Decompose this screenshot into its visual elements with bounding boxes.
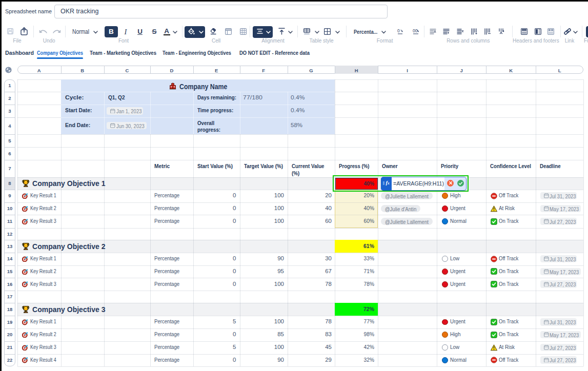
svg-text:0: 0 (397, 28, 400, 33)
svg-text:00: 00 (413, 28, 418, 33)
